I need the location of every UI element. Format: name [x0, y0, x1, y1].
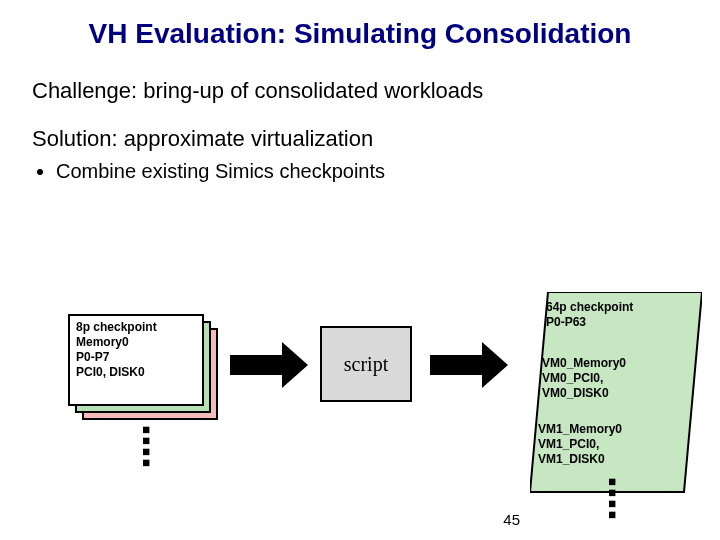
arrow-right	[430, 342, 508, 388]
ck-line4: PCI0, DISK0	[76, 365, 196, 380]
slide-body: Challenge: bring-up of consolidated work…	[0, 50, 720, 187]
result-vm0: VM0_Memory0 VM0_PCI0, VM0_DISK0	[542, 356, 698, 401]
rh-line1: 64p checkpoint	[546, 300, 702, 315]
vertical-dots-right: ▪ ▪ ▪ ▪	[604, 476, 620, 520]
slide-number: 45	[503, 511, 520, 528]
ck-line3: P0-P7	[76, 350, 196, 365]
vertical-dots-left: ▪ ▪ ▪ ▪	[138, 424, 154, 468]
arrow-left	[230, 342, 308, 388]
slide-title: VH Evaluation: Simulating Consolidation	[0, 0, 720, 50]
script-box: script	[320, 326, 412, 402]
ck-line1: 8p checkpoint	[76, 320, 196, 335]
vm0-l2: VM0_PCI0,	[542, 371, 698, 386]
script-label: script	[344, 353, 388, 376]
challenge-line: Challenge: bring-up of consolidated work…	[32, 74, 688, 108]
result-header: 64p checkpoint P0-P63	[546, 300, 702, 330]
ck-line2: Memory0	[76, 335, 196, 350]
bullet-combine: Combine existing Simics checkpoints	[56, 156, 688, 187]
stack-layer-front: 8p checkpoint Memory0 P0-P7 PCI0, DISK0	[68, 314, 204, 406]
vm0-l1: VM0_Memory0	[542, 356, 698, 371]
vm1-l3: VM1_DISK0	[538, 452, 694, 467]
checkpoint-stack: 8p checkpoint Memory0 P0-P7 PCI0, DISK0	[68, 314, 214, 416]
vm0-l3: VM0_DISK0	[542, 386, 698, 401]
vm1-l2: VM1_PCI0,	[538, 437, 694, 452]
diagram: 8p checkpoint Memory0 P0-P7 PCI0, DISK0 …	[0, 290, 720, 500]
vm1-l1: VM1_Memory0	[538, 422, 694, 437]
solution-line: Solution: approximate virtualization	[32, 122, 688, 156]
bullet-list: Combine existing Simics checkpoints	[32, 156, 688, 187]
result-vm1: VM1_Memory0 VM1_PCI0, VM1_DISK0	[538, 422, 694, 467]
rh-line2: P0-P63	[546, 315, 702, 330]
